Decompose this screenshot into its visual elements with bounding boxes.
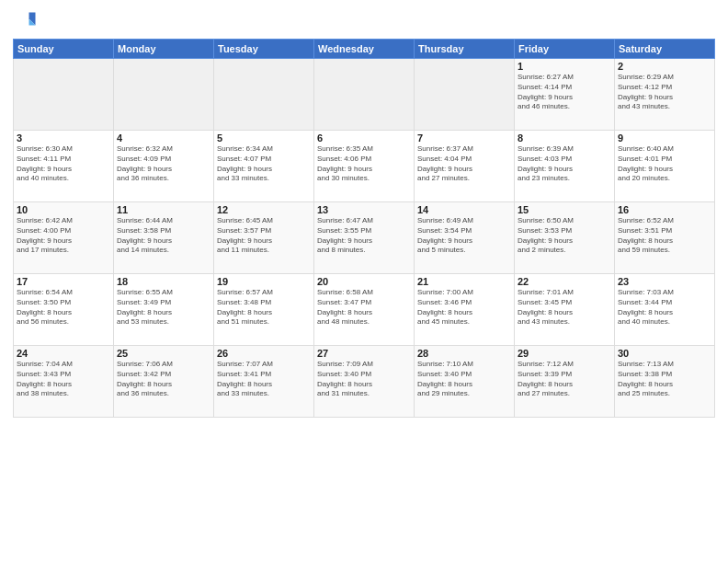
calendar-cell: 12Sunrise: 6:45 AM Sunset: 3:57 PM Dayli… xyxy=(214,202,314,274)
day-detail: Sunrise: 6:57 AM Sunset: 3:48 PM Dayligh… xyxy=(217,288,311,327)
day-number: 10 xyxy=(17,204,110,215)
day-number: 7 xyxy=(417,132,511,144)
day-number: 30 xyxy=(618,348,711,359)
calendar-cell: 14Sunrise: 6:49 AM Sunset: 3:54 PM Dayli… xyxy=(415,202,515,274)
day-detail: Sunrise: 7:10 AM Sunset: 3:40 PM Dayligh… xyxy=(417,360,511,399)
day-detail: Sunrise: 6:58 AM Sunset: 3:47 PM Dayligh… xyxy=(317,288,411,327)
day-detail: Sunrise: 6:30 AM Sunset: 4:11 PM Dayligh… xyxy=(17,144,110,184)
day-number: 18 xyxy=(117,276,210,287)
calendar-cell: 1Sunrise: 6:27 AM Sunset: 4:14 PM Daylig… xyxy=(515,59,615,131)
day-number: 22 xyxy=(518,276,611,287)
day-number: 25 xyxy=(117,348,210,359)
day-number: 16 xyxy=(618,204,711,215)
calendar-cell xyxy=(415,59,515,131)
weekday-header: Wednesday xyxy=(314,40,415,59)
calendar-cell: 16Sunrise: 6:52 AM Sunset: 3:51 PM Dayli… xyxy=(615,202,715,274)
day-number: 26 xyxy=(217,348,311,359)
calendar-week-row: 24Sunrise: 7:04 AM Sunset: 3:43 PM Dayli… xyxy=(14,346,715,418)
calendar-week-row: 17Sunrise: 6:54 AM Sunset: 3:50 PM Dayli… xyxy=(14,274,715,346)
day-number: 13 xyxy=(317,204,411,215)
calendar-cell: 13Sunrise: 6:47 AM Sunset: 3:55 PM Dayli… xyxy=(314,202,415,274)
day-number: 2 xyxy=(618,61,711,72)
day-detail: Sunrise: 6:27 AM Sunset: 4:14 PM Dayligh… xyxy=(518,73,611,112)
calendar-cell: 15Sunrise: 6:50 AM Sunset: 3:53 PM Dayli… xyxy=(515,202,615,274)
day-detail: Sunrise: 6:47 AM Sunset: 3:55 PM Dayligh… xyxy=(317,216,411,256)
day-detail: Sunrise: 6:44 AM Sunset: 3:58 PM Dayligh… xyxy=(117,216,210,256)
page: SundayMondayTuesdayWednesdayThursdayFrid… xyxy=(0,0,728,563)
day-detail: Sunrise: 7:01 AM Sunset: 3:45 PM Dayligh… xyxy=(518,288,611,327)
header xyxy=(13,9,715,35)
day-number: 6 xyxy=(317,132,411,144)
calendar-cell: 7Sunrise: 6:37 AM Sunset: 4:04 PM Daylig… xyxy=(415,131,515,202)
weekday-header: Sunday xyxy=(14,40,114,59)
day-detail: Sunrise: 6:29 AM Sunset: 4:12 PM Dayligh… xyxy=(618,73,711,112)
day-number: 23 xyxy=(618,276,711,287)
calendar-week-row: 3Sunrise: 6:30 AM Sunset: 4:11 PM Daylig… xyxy=(14,131,715,202)
calendar-cell: 17Sunrise: 6:54 AM Sunset: 3:50 PM Dayli… xyxy=(14,274,114,346)
calendar-cell: 6Sunrise: 6:35 AM Sunset: 4:06 PM Daylig… xyxy=(314,131,415,202)
day-detail: Sunrise: 6:37 AM Sunset: 4:04 PM Dayligh… xyxy=(417,144,511,184)
day-detail: Sunrise: 6:32 AM Sunset: 4:09 PM Dayligh… xyxy=(117,144,210,184)
day-number: 12 xyxy=(217,204,311,215)
calendar-cell: 22Sunrise: 7:01 AM Sunset: 3:45 PM Dayli… xyxy=(515,274,615,346)
calendar-cell: 18Sunrise: 6:55 AM Sunset: 3:49 PM Dayli… xyxy=(114,274,214,346)
calendar-cell: 11Sunrise: 6:44 AM Sunset: 3:58 PM Dayli… xyxy=(114,202,214,274)
day-number: 21 xyxy=(417,276,511,287)
day-detail: Sunrise: 7:03 AM Sunset: 3:44 PM Dayligh… xyxy=(618,288,711,327)
day-number: 17 xyxy=(17,276,110,287)
day-detail: Sunrise: 6:42 AM Sunset: 4:00 PM Dayligh… xyxy=(17,216,110,256)
calendar-cell: 9Sunrise: 6:40 AM Sunset: 4:01 PM Daylig… xyxy=(615,131,715,202)
day-number: 1 xyxy=(518,61,611,72)
day-number: 19 xyxy=(217,276,311,287)
calendar-cell xyxy=(314,59,415,131)
calendar-header-row: SundayMondayTuesdayWednesdayThursdayFrid… xyxy=(14,40,715,59)
day-detail: Sunrise: 6:55 AM Sunset: 3:49 PM Dayligh… xyxy=(117,288,210,327)
day-detail: Sunrise: 7:04 AM Sunset: 3:43 PM Dayligh… xyxy=(17,360,110,399)
day-number: 15 xyxy=(518,204,611,215)
day-number: 5 xyxy=(217,132,311,144)
weekday-header: Tuesday xyxy=(214,40,314,59)
calendar-cell: 24Sunrise: 7:04 AM Sunset: 3:43 PM Dayli… xyxy=(14,346,114,418)
day-detail: Sunrise: 7:07 AM Sunset: 3:41 PM Dayligh… xyxy=(217,360,311,399)
logo xyxy=(13,9,40,35)
calendar-cell: 26Sunrise: 7:07 AM Sunset: 3:41 PM Dayli… xyxy=(214,346,314,418)
day-number: 29 xyxy=(518,348,611,359)
day-number: 28 xyxy=(417,348,511,359)
calendar-cell: 3Sunrise: 6:30 AM Sunset: 4:11 PM Daylig… xyxy=(14,131,114,202)
day-detail: Sunrise: 6:52 AM Sunset: 3:51 PM Dayligh… xyxy=(618,216,711,256)
calendar-cell: 2Sunrise: 6:29 AM Sunset: 4:12 PM Daylig… xyxy=(615,59,715,131)
calendar-cell: 5Sunrise: 6:34 AM Sunset: 4:07 PM Daylig… xyxy=(214,131,314,202)
day-detail: Sunrise: 6:35 AM Sunset: 4:06 PM Dayligh… xyxy=(317,144,411,184)
day-detail: Sunrise: 6:50 AM Sunset: 3:53 PM Dayligh… xyxy=(518,216,611,256)
day-number: 11 xyxy=(117,204,210,215)
calendar-cell: 4Sunrise: 6:32 AM Sunset: 4:09 PM Daylig… xyxy=(114,131,214,202)
calendar-body: 1Sunrise: 6:27 AM Sunset: 4:14 PM Daylig… xyxy=(14,59,715,418)
calendar-cell: 27Sunrise: 7:09 AM Sunset: 3:40 PM Dayli… xyxy=(314,346,415,418)
calendar-cell xyxy=(214,59,314,131)
day-number: 24 xyxy=(17,348,110,359)
day-detail: Sunrise: 6:49 AM Sunset: 3:54 PM Dayligh… xyxy=(417,216,511,256)
calendar-cell: 25Sunrise: 7:06 AM Sunset: 3:42 PM Dayli… xyxy=(114,346,214,418)
day-detail: Sunrise: 7:06 AM Sunset: 3:42 PM Dayligh… xyxy=(117,360,210,399)
calendar-cell xyxy=(114,59,214,131)
calendar-cell: 20Sunrise: 6:58 AM Sunset: 3:47 PM Dayli… xyxy=(314,274,415,346)
day-number: 27 xyxy=(317,348,411,359)
weekday-header: Monday xyxy=(114,40,214,59)
calendar-cell: 8Sunrise: 6:39 AM Sunset: 4:03 PM Daylig… xyxy=(515,131,615,202)
day-detail: Sunrise: 7:09 AM Sunset: 3:40 PM Dayligh… xyxy=(317,360,411,399)
day-detail: Sunrise: 7:13 AM Sunset: 3:38 PM Dayligh… xyxy=(618,360,711,399)
calendar-week-row: 10Sunrise: 6:42 AM Sunset: 4:00 PM Dayli… xyxy=(14,202,715,274)
weekday-header: Friday xyxy=(515,40,615,59)
day-number: 4 xyxy=(117,132,210,144)
calendar-cell: 30Sunrise: 7:13 AM Sunset: 3:38 PM Dayli… xyxy=(615,346,715,418)
calendar-cell: 21Sunrise: 7:00 AM Sunset: 3:46 PM Dayli… xyxy=(415,274,515,346)
day-detail: Sunrise: 6:45 AM Sunset: 3:57 PM Dayligh… xyxy=(217,216,311,256)
day-detail: Sunrise: 6:39 AM Sunset: 4:03 PM Dayligh… xyxy=(518,144,611,184)
calendar-cell: 10Sunrise: 6:42 AM Sunset: 4:00 PM Dayli… xyxy=(14,202,114,274)
weekday-header: Thursday xyxy=(415,40,515,59)
day-number: 20 xyxy=(317,276,411,287)
calendar-cell: 28Sunrise: 7:10 AM Sunset: 3:40 PM Dayli… xyxy=(415,346,515,418)
day-detail: Sunrise: 6:40 AM Sunset: 4:01 PM Dayligh… xyxy=(618,144,711,184)
logo-icon xyxy=(13,9,39,35)
day-detail: Sunrise: 7:00 AM Sunset: 3:46 PM Dayligh… xyxy=(417,288,511,327)
